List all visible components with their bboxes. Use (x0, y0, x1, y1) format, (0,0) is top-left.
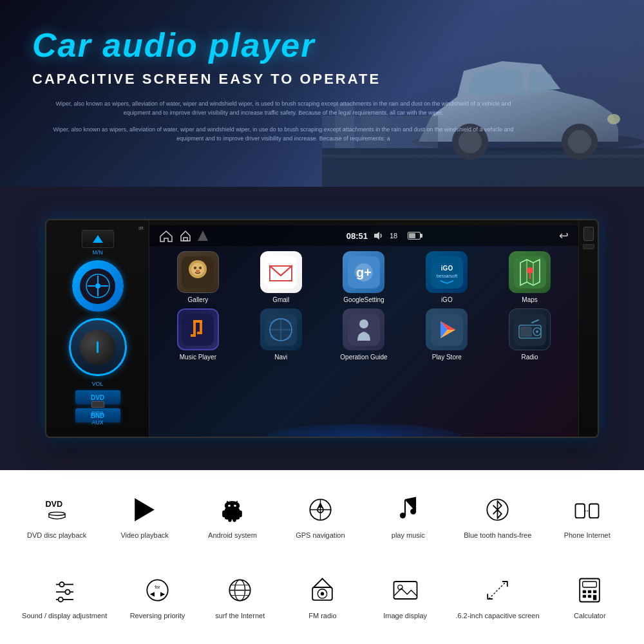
banner-title: Car audio player (32, 26, 315, 64)
app-igo[interactable]: iGO bessarsoft iGO (408, 251, 486, 303)
svg-rect-49 (223, 510, 226, 517)
app-operation-guide[interactable]: Operation Guide (325, 308, 403, 361)
google-settings-icon-svg: g+ (348, 256, 380, 289)
video-playback-label: Video playback (120, 531, 168, 540)
back-button[interactable]: ↩ (559, 229, 569, 243)
svg-rect-52 (233, 516, 236, 522)
svg-marker-47 (135, 498, 155, 521)
svg-rect-41 (520, 327, 532, 337)
mn-label: M/N (92, 249, 103, 256)
status-time: 08:51 (346, 231, 368, 241)
vol-label: VOL (91, 381, 103, 387)
svg-rect-30 (182, 314, 214, 346)
screen-glow (267, 424, 460, 437)
app-play-store[interactable]: Play Store (408, 308, 486, 361)
svg-point-63 (400, 513, 406, 518)
svg-point-64 (410, 509, 416, 515)
gps-icon-svg (306, 495, 335, 524)
svg-point-46 (49, 512, 65, 515)
google-settings-icon: g+ (343, 251, 384, 293)
feature-reversing: for Reversing priority (125, 574, 189, 620)
phone-internet-label: Phone Internet (564, 531, 611, 540)
volume-knob[interactable] (69, 318, 127, 376)
bluetooth-icon-svg (483, 495, 512, 524)
svg-point-74 (58, 597, 62, 601)
android-label: Android system (208, 531, 257, 540)
battery-icon (408, 232, 421, 240)
back-arrow-icon: ↩ (559, 229, 569, 242)
svg-rect-94 (593, 590, 596, 593)
stereo-unit: IR M/N (45, 219, 599, 438)
svg-point-19 (196, 270, 200, 272)
reversing-label: Reversing priority (130, 611, 185, 620)
app-google-settings[interactable]: g+ GoogleSetting (325, 251, 403, 303)
operation-icon-svg (348, 314, 380, 346)
svg-rect-67 (589, 504, 598, 518)
music-label: play music (392, 531, 425, 540)
banner-desc1: Wiper, also known as wipers, alleviation… (52, 100, 515, 117)
vol-indicator (97, 341, 99, 353)
svg-rect-91 (583, 582, 597, 587)
left-bottom: RES AUX (46, 400, 149, 427)
feature-video-playback: Video playback (113, 493, 177, 540)
operation-icon (343, 308, 384, 350)
house-icon[interactable] (178, 229, 193, 242)
volume-knob-inner (80, 330, 115, 365)
screen-top-bar (149, 220, 578, 225)
reversing-icon: for (141, 574, 173, 606)
nav-ring[interactable] (72, 260, 124, 312)
svg-point-54 (229, 504, 231, 507)
gallery-icon-svg (182, 256, 214, 289)
feature-image-display: Image display (373, 574, 437, 620)
internet-icon (224, 574, 256, 606)
feature-phone-internet: Phone Internet (555, 493, 620, 540)
app-grid: Gallery Gmail (149, 246, 578, 366)
android-icon (216, 493, 249, 526)
svg-rect-13 (184, 238, 187, 241)
video-playback-icon (129, 493, 161, 526)
music-feature-icon (392, 493, 424, 526)
sliders-icon-svg (50, 576, 79, 605)
svg-point-29 (527, 267, 533, 274)
device-section: IR M/N (0, 187, 644, 470)
svg-point-12 (95, 283, 100, 289)
bluetooth-icon (482, 493, 514, 526)
card-slot (583, 244, 594, 249)
app-gmail[interactable]: Gmail (242, 251, 320, 303)
dvd-playback-icon: DVD (41, 493, 73, 526)
eject-icon (93, 235, 103, 243)
status-bar: 08:51 18 (149, 225, 578, 246)
bluetooth-label: Blue tooth hands-free (464, 531, 531, 540)
svg-point-17 (194, 267, 196, 269)
gmail-icon (260, 251, 302, 293)
app-navi[interactable]: Navi (242, 308, 320, 361)
video-icon-svg (130, 495, 159, 524)
image-icon-svg (391, 576, 420, 605)
feature-sound-display: Sound / display adjustment (22, 574, 107, 620)
aux-label: AUX (91, 419, 104, 426)
maps-label: Maps (522, 296, 537, 303)
car-illustration (322, 0, 644, 187)
eject-button[interactable] (82, 230, 114, 248)
gps-icon (304, 493, 336, 526)
svg-rect-1 (322, 155, 644, 158)
signal-icon (198, 231, 208, 241)
music-icon (177, 308, 219, 350)
home-icon[interactable] (159, 229, 173, 242)
music-icon-svg (182, 314, 214, 346)
igo-label: iGO (441, 296, 453, 303)
app-music-player[interactable]: Music Player (159, 308, 237, 361)
phone-internet-icon (571, 493, 603, 526)
screen-container: 08:51 18 (149, 220, 578, 437)
igo-icon-svg: iGO bessarsoft (431, 256, 463, 289)
app-gallery[interactable]: Gallery (159, 251, 237, 303)
gallery-icon (177, 251, 219, 293)
svg-point-86 (321, 592, 324, 595)
svg-rect-97 (593, 595, 596, 600)
battery-container (408, 232, 421, 240)
app-radio[interactable]: Radio (491, 308, 569, 361)
app-maps[interactable]: Maps (491, 251, 569, 303)
dvd-icon-svg: DVD (43, 495, 71, 524)
music-player-label: Music Player (180, 354, 216, 361)
gmail-label: Gmail (272, 296, 289, 303)
